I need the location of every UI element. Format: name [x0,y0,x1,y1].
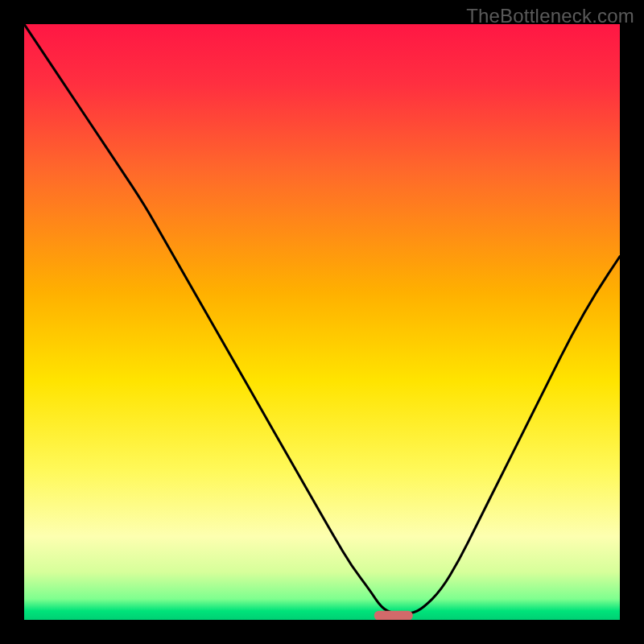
optimal-range-marker [374,611,413,620]
chart-frame: TheBottleneck.com [0,0,644,644]
gradient-background [24,24,620,620]
bottleneck-chart [24,24,620,620]
plot-area [24,24,620,620]
